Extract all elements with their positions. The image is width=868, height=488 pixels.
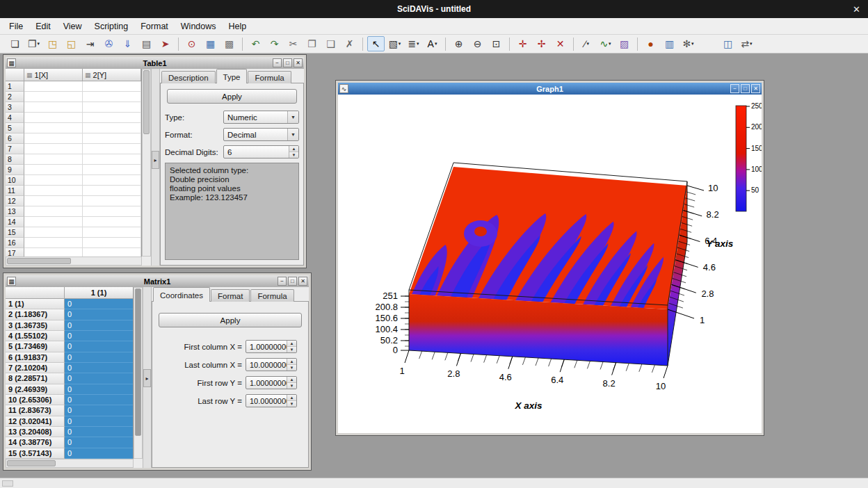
row-number[interactable]: 15 bbox=[6, 227, 24, 238]
matrix-row-header[interactable]: 9 (2.46939) bbox=[6, 384, 65, 395]
spin-down-icon[interactable]: ▼ bbox=[287, 401, 296, 407]
matrix-row-header[interactable]: 15 (3.57143) bbox=[6, 448, 65, 459]
table-cell[interactable] bbox=[24, 133, 83, 144]
row-number[interactable]: 5 bbox=[6, 123, 24, 133]
table-cell[interactable] bbox=[83, 123, 141, 133]
table-cell[interactable] bbox=[83, 227, 141, 238]
table-vertical-scrollbar[interactable] bbox=[142, 69, 151, 257]
table-cell[interactable] bbox=[83, 113, 141, 123]
matrix-cell[interactable]: 0 bbox=[65, 427, 133, 437]
matrix-corner-cell[interactable] bbox=[6, 287, 65, 299]
panel-tab[interactable]: Format bbox=[211, 289, 250, 302]
table-cell[interactable] bbox=[83, 175, 141, 186]
matrix-cell[interactable]: 0 bbox=[65, 320, 133, 331]
plot3d-bars-button[interactable]: ▥ bbox=[661, 36, 678, 51]
undo-button[interactable]: ↶ bbox=[247, 36, 264, 51]
table-cell[interactable] bbox=[24, 248, 83, 257]
table-cell[interactable] bbox=[83, 248, 141, 257]
move-data-points-button[interactable]: ✢ bbox=[533, 36, 550, 51]
table-cell[interactable] bbox=[24, 81, 83, 92]
table-row[interactable]: 7 bbox=[6, 144, 141, 154]
matrix-cell[interactable]: 0 bbox=[65, 299, 133, 309]
matrix-vertical-scrollbar[interactable] bbox=[134, 287, 143, 459]
matrix-cell[interactable]: 0 bbox=[65, 341, 133, 352]
matrix-cell[interactable]: 0 bbox=[65, 405, 133, 416]
spin-up-icon[interactable]: ▲ bbox=[287, 359, 296, 365]
pointer-button[interactable]: ↖ bbox=[367, 36, 385, 51]
matrix1-minimize-button[interactable]: − bbox=[278, 277, 287, 286]
matrix-grid[interactable]: 1 (1) 1 (1) 0 2 (1.18367) 0 3 (1.3673 bbox=[6, 287, 134, 459]
table-cell[interactable] bbox=[24, 175, 83, 186]
graph1-minimize-button[interactable]: − bbox=[730, 84, 739, 93]
panel-tab[interactable]: Formula bbox=[250, 289, 294, 302]
remove-data-points-button[interactable]: ✕ bbox=[552, 36, 569, 51]
table1-close-button[interactable]: ✕ bbox=[294, 58, 303, 67]
graph1-close-button[interactable]: ✕ bbox=[751, 84, 760, 93]
table1-window[interactable]: ▦ Table1 − □ ✕ ▦ 1[X] bbox=[3, 54, 307, 268]
table-add-column-button[interactable]: ◫ bbox=[719, 36, 737, 51]
matrix-panel-splitter[interactable]: ▸ bbox=[143, 287, 152, 468]
spin-up-icon[interactable]: ▲ bbox=[289, 146, 298, 152]
table-corner-cell[interactable] bbox=[6, 69, 24, 81]
table-cell[interactable] bbox=[83, 196, 141, 206]
table-cell[interactable] bbox=[24, 165, 83, 175]
matrix1-titlebar[interactable]: ▦ Matrix1 − □ ✕ bbox=[6, 275, 309, 287]
row-number[interactable]: 4 bbox=[6, 113, 24, 123]
matrix-row-header[interactable]: 2 (1.18367) bbox=[6, 309, 65, 320]
table-hscroll-thumb[interactable] bbox=[7, 258, 71, 264]
combo-arrow-icon[interactable]: ▼ bbox=[287, 129, 298, 140]
coordinate-spinbox[interactable]: 1.00000000 ▲▼ bbox=[246, 340, 297, 353]
matrix-row[interactable]: 2 (1.18367) 0 bbox=[6, 309, 133, 320]
spin-down-icon[interactable]: ▼ bbox=[287, 365, 296, 371]
matrix-row[interactable]: 1 (1) 0 bbox=[6, 299, 133, 309]
table-row[interactable]: 2 bbox=[6, 92, 141, 102]
spin-up-icon[interactable]: ▲ bbox=[287, 341, 296, 347]
matrix-row-header[interactable]: 4 (1.55102) bbox=[6, 331, 65, 341]
menu-item[interactable]: Format bbox=[134, 19, 175, 33]
app-close-icon[interactable]: ✕ bbox=[853, 4, 860, 15]
matrix-horizontal-scrollbar[interactable] bbox=[6, 459, 134, 468]
decimal-digits-spinbox[interactable]: 6 ▲▼ bbox=[223, 145, 299, 158]
screen-reader-button[interactable]: ✛ bbox=[514, 36, 531, 51]
matrix-row-header[interactable]: 14 (3.38776) bbox=[6, 437, 65, 448]
spin-down-icon[interactable]: ▼ bbox=[287, 383, 296, 389]
table-cell[interactable] bbox=[24, 238, 83, 248]
matrix-row[interactable]: 12 (3.02041) 0 bbox=[6, 416, 133, 427]
lock-toolbars-button[interactable]: ▩ bbox=[220, 36, 238, 51]
table-row[interactable]: 8 bbox=[6, 154, 141, 165]
table-apply-button[interactable]: Apply bbox=[167, 89, 297, 104]
matrix-vscroll-thumb[interactable] bbox=[135, 288, 141, 436]
results-log-button[interactable]: ▦ bbox=[202, 36, 219, 51]
save-template-button[interactable]: ⇓ bbox=[119, 36, 136, 51]
menu-item[interactable]: Windows bbox=[175, 19, 223, 33]
table-cell[interactable] bbox=[24, 154, 83, 165]
table-cell[interactable] bbox=[83, 102, 141, 113]
table-row[interactable]: 13 bbox=[6, 206, 141, 217]
table1-maximize-button[interactable]: □ bbox=[283, 58, 292, 67]
matrix-cell[interactable]: 0 bbox=[65, 331, 133, 341]
copy-button[interactable]: ❐ bbox=[303, 36, 321, 51]
row-number[interactable]: 2 bbox=[6, 92, 24, 102]
table-row[interactable]: 16 bbox=[6, 238, 141, 248]
matrix-row-header[interactable]: 12 (3.02041) bbox=[6, 416, 65, 427]
table1-titlebar[interactable]: ▦ Table1 − □ ✕ bbox=[6, 57, 304, 69]
matrix-cell[interactable]: 0 bbox=[65, 352, 133, 363]
table-cell[interactable] bbox=[83, 238, 141, 248]
table-row[interactable]: 14 bbox=[6, 217, 141, 227]
table-row[interactable]: 3 bbox=[6, 102, 141, 113]
table-cell[interactable] bbox=[83, 206, 141, 217]
matrix-row-header[interactable]: 13 (3.20408) bbox=[6, 427, 65, 437]
format-combobox[interactable]: Decimal ▼ bbox=[223, 128, 299, 141]
table-row[interactable]: 17 bbox=[6, 248, 141, 257]
zoom-in-button[interactable]: ⊕ bbox=[450, 36, 467, 51]
matrix-row-header[interactable]: 10 (2.65306) bbox=[6, 395, 65, 405]
plot3d-globe-button[interactable]: ● bbox=[642, 36, 659, 51]
matrix-apply-button[interactable]: Apply bbox=[159, 313, 302, 327]
matrix-row[interactable]: 5 (1.73469) 0 bbox=[6, 341, 133, 352]
table-cell[interactable] bbox=[24, 113, 83, 123]
matrix-cell[interactable]: 0 bbox=[65, 448, 133, 459]
rescale-to-show-all-button[interactable]: ⊡ bbox=[488, 36, 505, 51]
matrix1-close-button[interactable]: ✕ bbox=[298, 277, 307, 286]
table-cell[interactable] bbox=[83, 92, 141, 102]
panel-tab[interactable]: Coordinates bbox=[153, 287, 210, 302]
